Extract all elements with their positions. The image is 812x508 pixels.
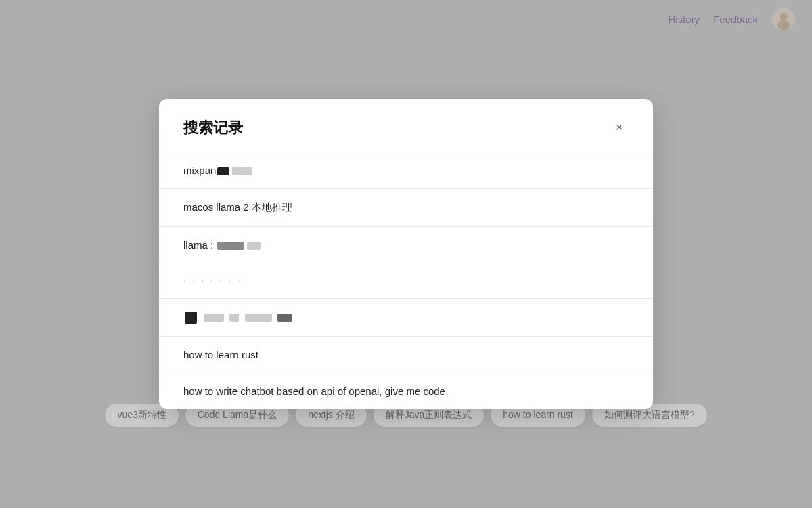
history-item-2[interactable]: macos llama 2 本地推理 — [159, 188, 653, 226]
modal-close-button[interactable]: × — [610, 119, 629, 137]
history-item-6[interactable]: how to learn rust — [159, 336, 653, 373]
history-item-2-text: macos llama 2 本地推理 — [183, 201, 292, 214]
history-item-4-text: · · · · · · · — [183, 276, 242, 286]
history-item-1-text: mixpan — [183, 165, 254, 176]
history-item-7-text: how to write chatbot based on api of ope… — [183, 385, 445, 397]
history-item-1[interactable]: mixpan — [159, 152, 653, 188]
history-item-4[interactable]: · · · · · · · — [159, 263, 653, 298]
history-item-6-text: how to learn rust — [183, 349, 258, 360]
history-list: mixpan macos llama 2 本地推理 llama : · · · … — [159, 152, 653, 409]
history-item-5[interactable] — [159, 298, 653, 336]
history-item-3-text: llama : — [183, 239, 262, 251]
history-item-7[interactable]: how to write chatbot based on api of ope… — [159, 373, 653, 409]
modal-overlay[interactable]: 搜索记录 × mixpan macos llama 2 本地推理 llama :… — [0, 0, 812, 508]
history-item-5-text — [183, 311, 294, 324]
modal-header: 搜索记录 × — [159, 99, 653, 152]
history-item-3[interactable]: llama : — [159, 226, 653, 263]
history-modal: 搜索记录 × mixpan macos llama 2 本地推理 llama :… — [159, 99, 653, 409]
modal-title: 搜索记录 — [183, 118, 243, 138]
